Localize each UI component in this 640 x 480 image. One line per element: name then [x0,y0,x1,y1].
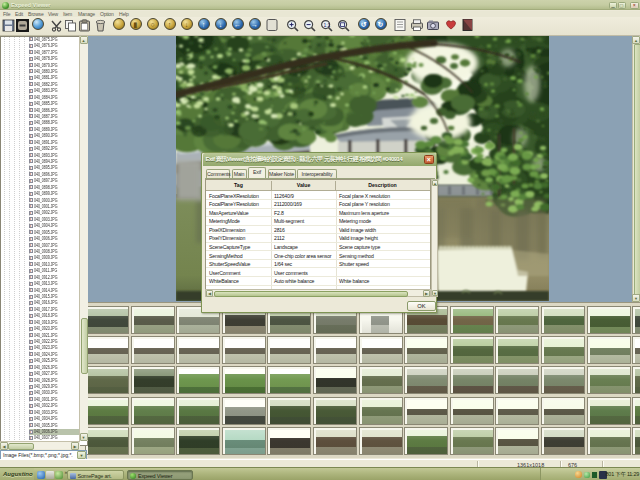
svg-text:1:1: 1:1 [323,21,330,27]
